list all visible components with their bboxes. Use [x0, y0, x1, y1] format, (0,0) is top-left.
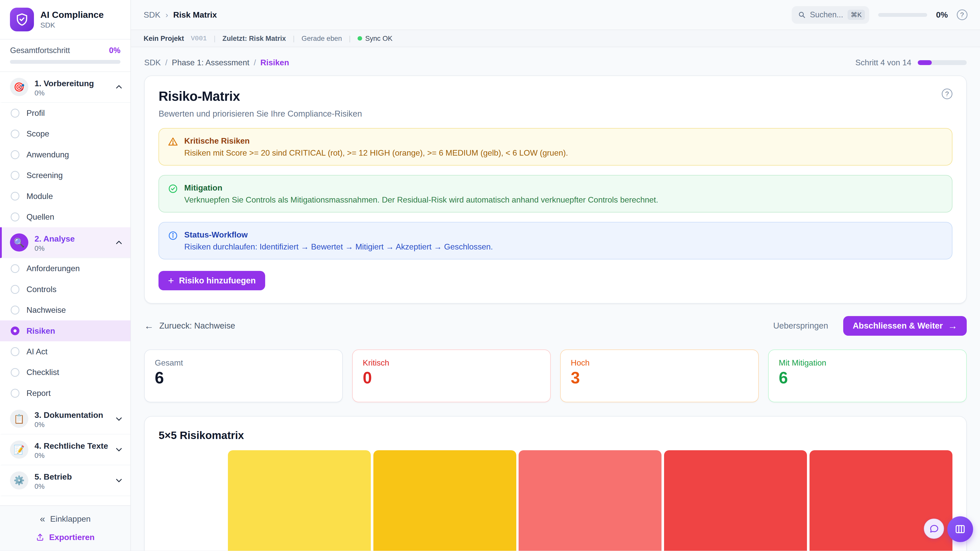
magnifier-icon: 🔍 [10, 233, 28, 252]
overall-progress-label: Gesamtfortschritt [10, 46, 70, 55]
search-placeholder: Suchen... [810, 10, 843, 19]
sidebar-item-profil[interactable]: Profil [0, 103, 130, 124]
risk-matrix-grid [228, 450, 953, 551]
notice-title: Mitigation [184, 183, 658, 192]
breadcrumb-risiken: Risiken [260, 58, 289, 67]
board-view-button[interactable] [947, 516, 973, 542]
risk-matrix-card: Risiko-Matrix ? Bewerten und priorisiere… [144, 76, 967, 303]
chevron-right-icon: › [165, 10, 168, 20]
notice-mitigation: Mitigation Verknuepfen Sie Controls als … [159, 175, 952, 213]
topbar-breadcrumb: SDK › Risk Matrix [144, 10, 217, 20]
sidebar-item-scope[interactable]: Scope [0, 124, 130, 144]
upload-icon [36, 533, 44, 541]
sidebar-item-risiken[interactable]: Risiken [0, 321, 130, 341]
help-icon[interactable]: ? [942, 89, 953, 99]
finish-next-button[interactable]: Abschliessen & Weiter → [843, 316, 967, 336]
section-analyse[interactable]: 🔍 2. Analyse 0% [0, 227, 130, 258]
section-dokumentation[interactable]: 📋 3. Dokumentation 0% [0, 403, 130, 434]
sidebar-item-nachweise[interactable]: Nachweise [0, 300, 130, 321]
stat-card-kritisch: Kritisch 0 [352, 349, 551, 402]
stat-card-mit-mitigation: Mit Mitigation 6 [768, 349, 967, 402]
sidebar-item-report[interactable]: Report [0, 383, 130, 403]
search-shortcut-badge: ⌘K [848, 10, 865, 20]
sidebar-footer: « Einklappen Exportieren [0, 505, 130, 551]
matrix-cell[interactable] [373, 450, 516, 551]
radio-icon [11, 285, 20, 294]
stat-label: Hoch [571, 358, 748, 368]
search-input[interactable]: Suchen... ⌘K [792, 6, 869, 24]
memo-icon: 📝 [10, 441, 28, 459]
sidebar-item-checklist[interactable]: Checklist [0, 362, 130, 383]
topbar: SDK › Risk Matrix Suchen... ⌘K 0% ? [131, 0, 980, 30]
matrix-cell[interactable] [664, 450, 807, 551]
sidebar-item-anforderungen[interactable]: Anforderungen [0, 258, 130, 279]
matrix-title: 5×5 Risikomatrix [159, 429, 952, 441]
app-subtitle: SDK [40, 21, 103, 29]
export-button[interactable]: Exportieren [36, 533, 95, 542]
app-canvas: AI Compliance SDK Gesamtfortschritt 0% 🎯… [0, 0, 980, 551]
step-label: Schritt 4 von 14 [856, 58, 912, 67]
breadcrumb-phase[interactable]: Phase 1: Assessment [172, 58, 249, 67]
back-button[interactable]: ← Zurueck: Nachweise [144, 321, 235, 331]
sidebar-item-module[interactable]: Module [0, 186, 130, 206]
last-visited: Zuletzt: Risk Matrix [223, 35, 286, 43]
collapse-label: Einklappen [50, 514, 91, 524]
section-label: 2. Analyse [35, 234, 75, 243]
stat-value: 3 [571, 369, 748, 387]
overall-progress-bar [10, 60, 120, 64]
section-rechtliche-texte[interactable]: 📝 4. Rechtliche Texte 0% [0, 434, 130, 465]
plus-icon: + [168, 275, 174, 286]
double-chevron-left-icon: « [40, 513, 45, 524]
step-progress-fill [918, 60, 932, 65]
radio-icon [11, 109, 20, 118]
notice-title: Status-Workflow [184, 230, 493, 240]
radio-icon [11, 347, 20, 356]
notice-text: Risiken mit Score >= 20 sind CRITICAL (r… [184, 148, 568, 158]
breadcrumb-root[interactable]: SDK [144, 10, 161, 20]
sidebar-item-ai-act[interactable]: AI Act [0, 341, 130, 362]
warning-triangle-icon [168, 137, 178, 147]
add-risk-button[interactable]: + Risiko hinzufuegen [159, 271, 265, 291]
section-vorbereitung[interactable]: 🎯 1. Vorbereitung 0% [0, 72, 130, 103]
stat-value: 0 [363, 369, 540, 387]
sidebar-sections: 🎯 1. Vorbereitung 0% Profil Scope Anwend… [0, 72, 130, 505]
header-progress-bar [878, 13, 927, 17]
section-pct: 0% [35, 245, 108, 252]
help-icon[interactable]: ? [957, 10, 967, 20]
matrix-cell[interactable] [228, 450, 371, 551]
page-content: SDK / Phase 1: Assessment / Risiken Schr… [131, 47, 980, 551]
header-progress-value: 0% [936, 10, 948, 20]
section-label: 4. Rechtliche Texte [35, 441, 108, 451]
radio-icon [11, 171, 20, 180]
section-betrieb[interactable]: ⚙️ 5. Betrieb 0% [0, 465, 130, 496]
skip-button[interactable]: Ueberspringen [773, 321, 828, 330]
sidebar: AI Compliance SDK Gesamtfortschritt 0% 🎯… [0, 0, 131, 551]
sidebar-item-anwendung[interactable]: Anwendung [0, 144, 130, 165]
breadcrumb-sdk[interactable]: SDK [144, 58, 161, 67]
app-logo-row: AI Compliance SDK [0, 0, 130, 40]
section-label: 1. Vorbereitung [35, 79, 94, 88]
breadcrumb-current: Risk Matrix [173, 10, 217, 20]
main-area: SDK › Risk Matrix Suchen... ⌘K 0% ? Kein… [131, 0, 980, 551]
radio-icon [11, 264, 20, 273]
collapse-sidebar-button[interactable]: « Einklappen [40, 513, 91, 524]
radio-icon [11, 130, 20, 138]
sync-label: Sync OK [365, 35, 393, 43]
last-updated: Gerade eben [302, 35, 342, 43]
overall-progress: Gesamtfortschritt 0% [0, 40, 130, 72]
sidebar-item-controls[interactable]: Controls [0, 279, 130, 300]
matrix-cell[interactable] [519, 450, 662, 551]
back-label: Zurueck: Nachweise [159, 321, 235, 330]
stat-card-hoch: Hoch 3 [560, 349, 759, 402]
sidebar-item-screening[interactable]: Screening [0, 165, 130, 186]
stat-value: 6 [155, 369, 332, 387]
stat-card-gesamt: Gesamt 6 [144, 349, 343, 402]
add-risk-label: Risiko hinzufuegen [179, 276, 256, 286]
status-bar: Kein Projekt V001 | Zuletzt: Risk Matrix… [131, 30, 980, 47]
clipboard-icon: 📋 [10, 410, 28, 428]
info-circle-icon [168, 230, 178, 241]
stat-label: Kritisch [363, 358, 540, 368]
sidebar-item-quellen[interactable]: Quellen [0, 206, 130, 227]
step-progress: Schritt 4 von 14 [856, 58, 967, 67]
check-circle-icon [168, 184, 178, 194]
